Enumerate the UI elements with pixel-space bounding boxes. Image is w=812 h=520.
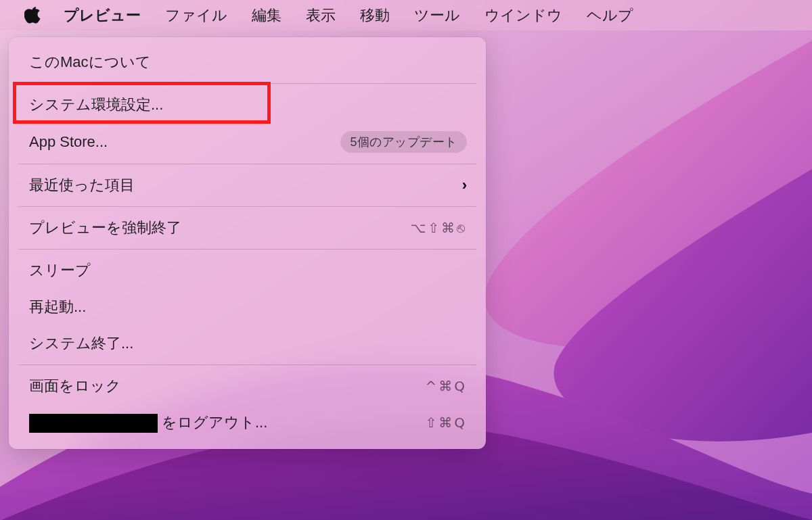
menu-separator bbox=[18, 206, 476, 207]
menu-force-quit[interactable]: プレビューを強制終了 ⌥⇧⌘⎋ bbox=[9, 210, 486, 246]
menu-item-label: 再起動... bbox=[29, 297, 86, 317]
menu-about-this-mac[interactable]: このMacについて bbox=[9, 44, 486, 80]
update-count-badge: 5個のアップデート bbox=[340, 131, 467, 153]
menubar-item-edit[interactable]: 編集 bbox=[240, 0, 294, 30]
menu-logout[interactable]: をログアウト... ⇧⌘Q bbox=[9, 404, 486, 441]
menubar: プレビュー ファイル 編集 表示 移動 ツール ウインドウ ヘルプ bbox=[0, 0, 812, 30]
apple-menu-trigger[interactable] bbox=[15, 0, 57, 30]
menubar-item-file[interactable]: ファイル bbox=[153, 0, 240, 30]
menu-separator bbox=[18, 364, 476, 365]
menu-lock-screen[interactable]: 画面をロック ^⌘Q bbox=[9, 368, 486, 404]
menu-sleep[interactable]: スリープ bbox=[9, 252, 486, 289]
menubar-item-view[interactable]: 表示 bbox=[294, 0, 348, 30]
menu-restart[interactable]: 再起動... bbox=[9, 289, 486, 325]
menu-system-preferences[interactable]: システム環境設定... bbox=[9, 87, 486, 123]
menu-item-label: システム環境設定... bbox=[29, 95, 163, 115]
menubar-item-tools[interactable]: ツール bbox=[402, 0, 472, 30]
menu-item-label: 画面をロック bbox=[29, 376, 121, 396]
redacted-username bbox=[29, 414, 158, 433]
menubar-app-name[interactable]: プレビュー bbox=[57, 0, 153, 30]
menu-item-label: App Store... bbox=[29, 133, 108, 151]
menu-item-label: システム終了... bbox=[29, 333, 133, 354]
menu-item-label: スリープ bbox=[29, 260, 91, 281]
keyboard-shortcut: ⌥⇧⌘⎋ bbox=[410, 220, 467, 236]
chevron-right-icon: › bbox=[462, 176, 467, 194]
menu-item-label: このMacについて bbox=[29, 52, 151, 72]
apple-logo-icon bbox=[24, 7, 42, 24]
menu-app-store[interactable]: App Store... 5個のアップデート bbox=[9, 123, 486, 161]
menu-item-label: プレビューを強制終了 bbox=[29, 218, 181, 238]
apple-menu-dropdown: このMacについて システム環境設定... App Store... 5個のアッ… bbox=[9, 37, 486, 449]
keyboard-shortcut: ⇧⌘Q bbox=[426, 415, 468, 431]
menu-separator bbox=[18, 249, 476, 250]
menu-recent-items[interactable]: 最近使った項目 › bbox=[9, 167, 486, 204]
menubar-item-help[interactable]: ヘルプ bbox=[574, 0, 646, 30]
menu-item-label: 最近使った項目 bbox=[29, 175, 135, 195]
menubar-item-window[interactable]: ウインドウ bbox=[472, 0, 574, 30]
menu-separator bbox=[18, 83, 476, 84]
menu-item-label: をログアウト... bbox=[29, 412, 267, 433]
menu-shutdown[interactable]: システム終了... bbox=[9, 325, 486, 362]
keyboard-shortcut: ^⌘Q bbox=[426, 378, 468, 394]
menu-separator bbox=[18, 164, 476, 164]
menubar-item-go[interactable]: 移動 bbox=[348, 0, 402, 30]
